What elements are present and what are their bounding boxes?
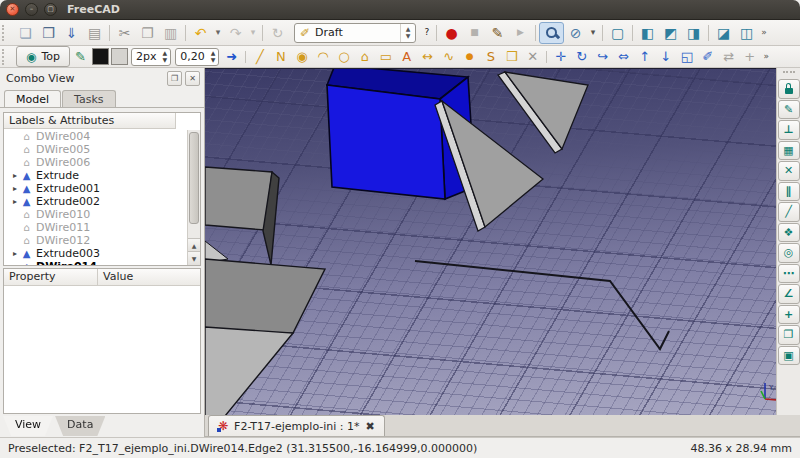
minimize-window-button[interactable]: – [25,3,38,16]
draft-downgrade-button[interactable]: ↓ [655,48,676,66]
whats-this-button[interactable]: ? [421,22,433,44]
tree-item[interactable]: ⌂ DWire012 [4,234,187,247]
tree-column-header[interactable]: Labels & Attributes [4,113,176,129]
snap-grid-button[interactable]: ▦ [778,141,800,161]
set-style-button[interactable]: ✎ [70,48,91,66]
workbench-spinner[interactable]: ▲▼ [400,24,415,42]
maximize-window-button[interactable]: ▢ [44,3,57,16]
float-panel-button[interactable]: ❐ [167,71,182,86]
draft-circle-button[interactable]: ◉ [291,48,312,66]
draft-point-button[interactable]: ● [459,48,480,66]
view-rear-button[interactable]: ◪ [712,22,735,44]
undo-button[interactable]: ↶ [189,22,212,44]
expander-icon[interactable]: ▸ [10,171,20,180]
combo-view-tab[interactable]: Tasks [62,90,115,107]
spinner-arrows[interactable]: ▲▼ [208,50,219,63]
save-button[interactable]: ⇓ [60,22,83,44]
draft-offset-button[interactable]: ↪ [592,48,613,66]
tree-item[interactable]: ⌂ DWire006 [4,156,187,169]
property-column-header[interactable]: Property [4,269,98,285]
close-panel-button[interactable]: ✕ [185,71,200,86]
snap-working-plane-button[interactable]: ▣ [778,346,800,366]
macro-stop-button[interactable]: ■ [463,22,486,44]
snap-dimensions-button[interactable]: ❐ [778,325,800,345]
draft-rotate-button[interactable]: ↻ [571,48,592,66]
draft-ellipse-button[interactable]: ○ [333,48,354,66]
combo-view-tab[interactable]: Model [4,90,61,107]
tree-item[interactable]: ▸ ▲ Extrude002 [4,195,187,208]
draft-line-button[interactable]: ╱ [249,48,270,66]
snap-parallel-button[interactable]: ∥ [778,182,800,202]
toolbar-grip[interactable] [2,25,11,41]
gray-plate-top-face[interactable] [205,259,325,333]
draft-edit-button[interactable]: ✐ [697,48,718,66]
new-file-button[interactable]: ❏ [14,22,37,44]
redo-button[interactable]: ↷ [224,22,247,44]
snap-endpoint-button[interactable]: ✎ [778,100,800,120]
close-window-button[interactable]: ✕ [6,3,19,16]
view-top-button[interactable]: ◩ [659,22,682,44]
macro-record-button[interactable]: ● [440,22,463,44]
blue-cube-front-face[interactable] [327,85,445,199]
scroll-up-button[interactable]: ▲ [188,238,200,252]
draft-to-sketch-button[interactable]: ⇄ [718,48,739,66]
draft-bezcurve-button[interactable]: ✕ [522,48,543,66]
draft-polygon-button[interactable]: ⌂ [354,48,375,66]
tree-item[interactable]: ▸ ▲ Extrude001 [4,182,187,195]
dwire014-polyline[interactable] [415,261,669,349]
working-plane-button[interactable]: ◉ Top [16,46,70,67]
draw-style-dropdown[interactable]: ▾ [587,22,599,44]
copy-button[interactable]: ❐ [136,22,159,44]
draft-arc-button[interactable]: ◠ [312,48,333,66]
draw-style-button[interactable]: ⊘ [564,22,587,44]
draft-trimex-button[interactable]: ⇔ [613,48,634,66]
scrollbar-thumb[interactable] [189,132,199,224]
snap-extension-button[interactable]: ╱ [778,202,800,222]
property-tab[interactable]: View [3,416,53,436]
tree-item[interactable]: ⌂ DWire014 [4,260,187,265]
toolbar-grip[interactable] [783,71,795,78]
macro-play-button[interactable]: ▶ [509,22,532,44]
snap-concentric-button[interactable]: ◎ [778,243,800,263]
tree-item[interactable]: ⌂ DWire011 [4,221,187,234]
gray-plate-under-face[interactable] [205,327,293,415]
refresh-button[interactable]: ↻ [266,22,289,44]
draft-add-point-button[interactable]: + [739,48,760,66]
tree-item[interactable]: ▸ ▲ Extrude [4,169,187,182]
3d-viewport[interactable]: Y x [205,68,776,415]
expander-icon[interactable]: ▸ [10,249,20,258]
print-button[interactable]: ▤ [83,22,106,44]
snap-perpendicular-button[interactable]: ⊥ [778,120,800,140]
draft-dimension-button[interactable]: ↔ [417,48,438,66]
draft-move-button[interactable]: ✛ [550,48,571,66]
snap-midpoint-button[interactable]: ⋯ [778,264,800,284]
line-width-spinbox[interactable]: 2px ▲▼ [131,48,171,66]
property-tab[interactable]: Data [55,416,105,436]
document-tab[interactable]: ❋ F2-T17-ejemplo-ini : 1* ✖ [208,415,385,436]
tree-item[interactable]: ⌂ DWire005 [4,143,187,156]
toolbar-grip[interactable] [2,49,11,65]
expander-icon[interactable]: ▸ [10,197,20,206]
value-column-header[interactable]: Value [98,269,200,285]
tree-scrollbar[interactable]: ▲ ▼ [187,130,200,265]
snap-lock-button[interactable] [778,79,800,99]
undo-dropdown-button[interactable]: ▾ [212,22,224,44]
open-file-button[interactable]: ❒ [37,22,60,44]
snap-intersection-button[interactable]: ✕ [778,161,800,181]
draft-rectangle-button[interactable]: ▭ [375,48,396,66]
zoom-fit-button[interactable] [539,22,564,44]
gray-box-top-face[interactable] [205,167,272,230]
draft-facebinder-button[interactable]: ❒ [501,48,522,66]
toolbar-overflow-button[interactable]: » [760,48,772,66]
face-color-swatch[interactable] [111,48,128,65]
macro-edit-button[interactable]: ✎ [486,22,509,44]
workbench-selector[interactable]: ✐ Draft ▲▼ [294,23,416,43]
draft-bspline-button[interactable]: ∿ [438,48,459,66]
line-color-swatch[interactable] [92,48,109,65]
redo-dropdown-button[interactable]: ▾ [247,22,259,44]
draft-upgrade-button[interactable]: ↑ [634,48,655,66]
view-bottom-button[interactable]: ◫ [735,22,758,44]
paste-button[interactable]: ▥ [159,22,182,44]
tree-item[interactable]: ▸ ▲ Extrude003 [4,247,187,260]
view-axonometric-button[interactable]: ▢ [606,22,629,44]
